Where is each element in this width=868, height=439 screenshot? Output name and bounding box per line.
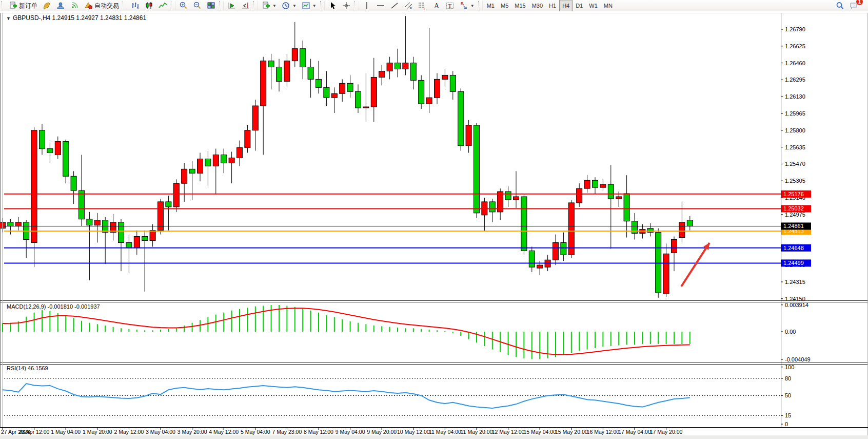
candle-body xyxy=(47,149,53,153)
chart-shift-button[interactable] xyxy=(239,0,252,11)
svg-text:E: E xyxy=(410,7,412,10)
periods-button[interactable]: ▼ xyxy=(279,0,299,11)
candle-body xyxy=(284,61,290,82)
toolbar-separator xyxy=(253,1,258,10)
periods-icon xyxy=(282,2,290,10)
crosshair-button[interactable] xyxy=(340,0,353,11)
horizontal-line-button[interactable] xyxy=(374,0,388,11)
time-axis-label: 1 May 04:00 xyxy=(51,429,81,435)
candle-body xyxy=(94,220,100,225)
candle-body xyxy=(474,125,480,213)
timeframe-m1-button[interactable]: M1 xyxy=(484,0,498,12)
equidistant-channel-button[interactable]: E xyxy=(402,0,416,11)
fibonacci-button[interactable]: F xyxy=(416,0,429,11)
timeframe-mn-button[interactable]: MN xyxy=(601,0,616,12)
vertical-line-icon xyxy=(363,2,371,10)
autotrading-button[interactable]: 自动交易 xyxy=(82,0,122,11)
candle-body xyxy=(229,158,234,163)
templates-button[interactable]: ▼ xyxy=(299,0,319,11)
trendline-button[interactable] xyxy=(388,0,402,11)
text-button[interactable]: A xyxy=(429,0,443,11)
trendline-icon xyxy=(390,2,399,10)
candle-body xyxy=(182,169,187,183)
candle-body xyxy=(71,176,76,190)
candle-body xyxy=(419,80,424,104)
price-axis-label: 1.24150 xyxy=(785,296,805,302)
candle-body xyxy=(40,130,45,149)
candle-body xyxy=(252,106,258,130)
zoom-out-button[interactable] xyxy=(190,0,204,11)
new-order-button-label: 新订单 xyxy=(19,2,37,10)
text-label-button[interactable]: T xyxy=(443,0,457,11)
candle-body xyxy=(63,142,69,177)
text-icon: A xyxy=(432,2,441,10)
candle-body xyxy=(514,197,519,200)
candle-body xyxy=(150,231,155,241)
rsi-axis-label: 15 xyxy=(785,412,791,418)
macd-axis-label: -0.004049 xyxy=(785,356,811,362)
cursor-button[interactable] xyxy=(326,0,340,11)
price-tag-label: 1.24861 xyxy=(783,223,804,229)
zoom-in-button[interactable] xyxy=(176,0,190,11)
candle-body xyxy=(379,71,385,78)
new-chart-button[interactable]: ▼ xyxy=(259,0,279,11)
candle-body xyxy=(221,155,227,163)
timeframe-h4-button[interactable]: H4 xyxy=(559,0,573,12)
candle-body xyxy=(624,194,629,221)
metaeditor-button[interactable] xyxy=(40,0,54,11)
candle-body xyxy=(173,183,179,207)
timeframe-m30-button[interactable]: M30 xyxy=(529,0,546,12)
price-axis-label: 1.26790 xyxy=(785,26,805,32)
candle-body xyxy=(600,184,606,187)
toolbar-separator xyxy=(171,1,175,10)
toolbar-separator xyxy=(478,1,483,10)
price-chart[interactable]: 1.267901.266251.264601.262951.261301.259… xyxy=(0,11,868,439)
timeframe-h1-button[interactable]: H1 xyxy=(546,0,559,12)
arrows-button[interactable]: ▼ xyxy=(457,0,477,11)
tile-windows-icon xyxy=(207,2,215,10)
window-bottom-strip xyxy=(0,435,868,439)
candlestick-icon xyxy=(145,2,153,10)
symbol-ohlc-label[interactable]: ▼GBPUSD-,H4 1.24915 1.24927 1.24831 1.24… xyxy=(6,14,146,22)
macd-axis-label: 0.003914 xyxy=(785,302,808,308)
new-order-icon xyxy=(9,2,17,10)
candle-body xyxy=(529,251,535,267)
candlestick-button[interactable] xyxy=(142,0,156,11)
macd-indicator-label: MACD(12,26,9) -0.001810 -0.001937 xyxy=(7,303,100,310)
vertical-line-button[interactable] xyxy=(360,0,374,11)
candle-body xyxy=(119,222,124,243)
chevron-down-icon: ▼ xyxy=(6,16,11,21)
channel-icon: E xyxy=(404,2,413,10)
timeframe-w1-button[interactable]: W1 xyxy=(586,0,601,12)
profile-button[interactable] xyxy=(54,0,68,11)
candle-body xyxy=(387,63,392,71)
candle-body xyxy=(166,202,171,207)
new-order-button[interactable]: 新订单 xyxy=(6,0,40,11)
chat-button[interactable]: 1 xyxy=(847,0,861,11)
price-axis-label: 1.24315 xyxy=(785,279,805,285)
timeframe-m15-button[interactable]: M15 xyxy=(511,0,528,12)
autotrading-icon xyxy=(84,2,93,10)
candle-body xyxy=(15,222,21,226)
time-axis-label: 16 May 12:00 xyxy=(587,429,620,435)
profile-icon xyxy=(56,2,65,10)
tile-windows-button[interactable] xyxy=(204,0,218,11)
candle-body xyxy=(8,222,13,226)
price-axis-label: 1.25305 xyxy=(785,178,805,184)
candle-body xyxy=(347,83,353,91)
candle-body xyxy=(134,237,140,248)
crosshair-icon xyxy=(342,2,351,10)
signals-button[interactable] xyxy=(68,0,82,11)
auto-scroll-button[interactable] xyxy=(225,0,239,11)
chart-window: 1.267901.266251.264601.262951.261301.259… xyxy=(0,11,868,439)
search-button[interactable] xyxy=(833,0,847,11)
line-chart-button[interactable] xyxy=(156,0,170,11)
timeframe-m5-button[interactable]: M5 xyxy=(498,0,511,12)
rsi-axis-label: 100 xyxy=(785,364,794,370)
bar-chart-button[interactable] xyxy=(128,0,142,11)
chat-badge: 1 xyxy=(856,0,863,6)
price-axis-label: 1.26295 xyxy=(785,77,805,83)
candle-body xyxy=(442,75,448,79)
line-chart-icon xyxy=(159,2,167,10)
timeframe-d1-button[interactable]: D1 xyxy=(573,0,586,12)
